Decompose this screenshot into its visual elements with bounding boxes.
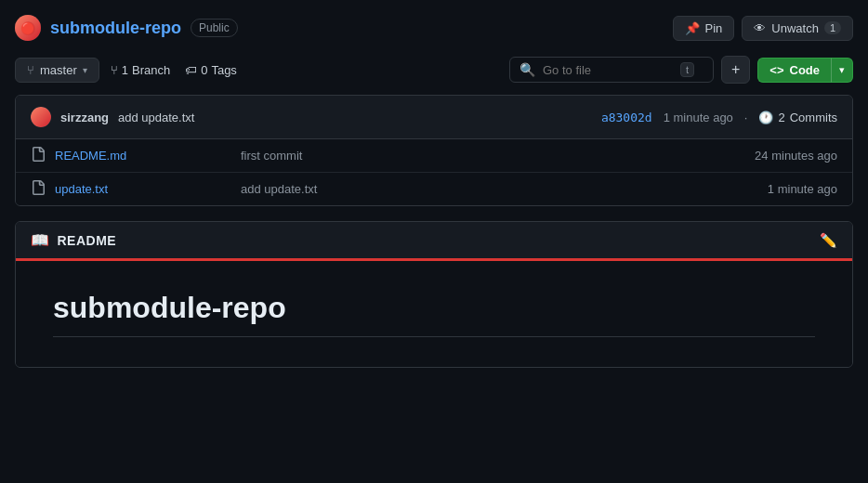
table-row: README.md first commit 24 minutes ago [16, 139, 852, 173]
code-button-group: <> Code ▾ [757, 58, 853, 83]
toolbar-right: 🔍 t + <> Code ▾ [509, 56, 853, 84]
plus-icon: + [731, 61, 740, 78]
header-actions: 📌 Pin 👁 Unwatch 1 [673, 16, 854, 41]
repo-header: 🔴 submodule-repo Public 📌 Pin 👁 Unwatch … [15, 15, 853, 41]
chevron-down-icon: ▾ [83, 65, 87, 75]
tags-label: Tags [211, 63, 236, 77]
eye-icon: 👁 [754, 21, 766, 35]
file-commit-msg: first commit [241, 149, 755, 163]
commit-right: a83002d 1 minute ago · 🕐 2 Commits [601, 111, 837, 124]
file-name[interactable]: update.txt [55, 182, 241, 196]
code-icon: <> [769, 63, 783, 77]
commit-avatar [31, 107, 51, 127]
toolbar: ⑂ master ▾ ⑂ 1 Branch 🏷 0 Tags 🔍 t + [15, 56, 853, 84]
file-time: 1 minute ago [768, 182, 837, 196]
goto-file-search[interactable]: 🔍 t [509, 57, 714, 83]
code-label: Code [790, 63, 821, 77]
commit-message: add update.txt [118, 111, 194, 124]
file-icon [31, 180, 46, 198]
file-icon [31, 147, 46, 164]
tags-icon: 🏷 [185, 63, 197, 77]
readme-header: 📖 README ✏️ [16, 222, 852, 261]
file-name[interactable]: README.md [55, 149, 241, 163]
repo-title-area: 🔴 submodule-repo Public [15, 15, 238, 41]
repo-avatar: 🔴 [15, 15, 41, 41]
code-button[interactable]: <> Code [757, 58, 831, 83]
tags-count: 0 [201, 63, 207, 77]
meta-links: ⑂ 1 Branch 🏷 0 Tags [111, 63, 237, 77]
commit-time: 1 minute ago [664, 111, 733, 124]
search-icon: 🔍 [519, 62, 535, 77]
commit-row: sirzzang add update.txt a83002d 1 minute… [16, 96, 852, 139]
add-file-button[interactable]: + [721, 56, 750, 84]
repo-visibility-badge: Public [191, 19, 238, 37]
pin-button[interactable]: 📌 Pin [673, 16, 735, 41]
branches-link[interactable]: ⑂ 1 Branch [111, 63, 170, 77]
file-time: 24 minutes ago [755, 149, 837, 163]
edit-icon[interactable]: ✏️ [820, 232, 837, 249]
book-icon: 📖 [31, 231, 50, 249]
unwatch-count: 1 [824, 21, 841, 34]
pin-icon: 📌 [685, 21, 700, 35]
branches-count: 1 [122, 63, 128, 77]
branch-name: master [40, 63, 77, 77]
pin-label: Pin [705, 21, 723, 35]
commit-left: sirzzang add update.txt [31, 107, 194, 127]
file-list: README.md first commit 24 minutes ago up… [16, 139, 852, 205]
table-row: update.txt add update.txt 1 minute ago [16, 173, 852, 205]
search-input[interactable] [543, 63, 673, 77]
branches-label: Branch [132, 63, 170, 77]
unwatch-label: Unwatch [771, 21, 819, 35]
readme-title: 📖 README [31, 231, 116, 249]
commits-count-link[interactable]: 🕐 2 Commits [758, 111, 837, 124]
repo-file-box: sirzzang add update.txt a83002d 1 minute… [15, 95, 853, 206]
readme-title-text: README [58, 233, 117, 248]
readme-heading: submodule-repo [53, 291, 815, 337]
file-commit-msg: add update.txt [241, 182, 768, 196]
clock-icon: 🕐 [758, 111, 773, 124]
readme-content: submodule-repo [16, 261, 852, 367]
code-button-caret[interactable]: ▾ [831, 58, 853, 83]
commit-author[interactable]: sirzzang [60, 111, 109, 124]
separator: · [744, 111, 748, 124]
tags-link[interactable]: 🏷 0 Tags [185, 63, 237, 77]
branch-icon: ⑂ [27, 63, 34, 77]
repo-name[interactable]: submodule-repo [50, 19, 181, 38]
commit-hash[interactable]: a83002d [601, 111, 652, 124]
commits-count: 2 [778, 111, 784, 124]
branch-selector[interactable]: ⑂ master ▾ [15, 58, 99, 83]
unwatch-button[interactable]: 👁 Unwatch 1 [742, 16, 853, 41]
branches-icon: ⑂ [111, 63, 118, 77]
commits-label: Commits [790, 111, 837, 124]
readme-box: 📖 README ✏️ submodule-repo [15, 221, 853, 368]
chevron-down-icon: ▾ [839, 64, 845, 75]
search-key-shortcut: t [680, 62, 694, 77]
